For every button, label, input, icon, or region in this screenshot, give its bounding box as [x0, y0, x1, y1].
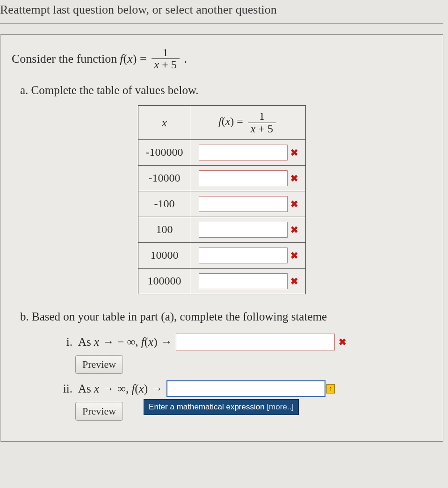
limit-input-ii[interactable] — [166, 380, 325, 397]
fx-input-3[interactable] — [199, 222, 288, 238]
roman-i: i. — [58, 335, 72, 349]
limit-text: As x → ∞, f(x) → — [78, 382, 163, 395]
fraction-denominator: x + 5 — [152, 58, 180, 71]
tooltip-content[interactable]: Enter a mathematical expression [more..] — [144, 399, 299, 415]
x-value: 100000 — [138, 268, 191, 294]
fx-input-2[interactable] — [199, 196, 288, 212]
question-prompt: Consider the function f(x) = 1 x + 5 . — [12, 47, 432, 71]
part-b-sublist: i. As x → − ∞, f(x) → ✖ Preview ii. As x… — [58, 334, 432, 427]
limit-statement-ii: ii. As x → ∞, f(x) → ↑ — [58, 380, 432, 397]
table-row: -100000 ✖ — [138, 139, 305, 165]
function-lhs: f(x) = — [120, 52, 146, 66]
x-value: -10000 — [138, 165, 191, 191]
table-header-x: x — [138, 106, 191, 139]
values-table: x f(x) = 1 x + 5 -100000 ✖ -10000 — [138, 105, 306, 294]
table-row: -100 ✖ — [138, 191, 305, 217]
x-value: -100000 — [138, 139, 191, 165]
fx-input-5[interactable] — [199, 273, 288, 289]
wrong-icon: ✖ — [290, 198, 298, 210]
x-value: 100 — [138, 217, 191, 242]
preview-button-i[interactable]: Preview — [75, 355, 123, 374]
fx-input-0[interactable] — [199, 145, 288, 160]
limit-statement-i: i. As x → − ∞, f(x) → ✖ — [58, 334, 432, 350]
wrong-icon: ✖ — [290, 250, 298, 261]
preview-button-ii[interactable]: Preview — [75, 402, 123, 421]
expression-tooltip: Enter a mathematical expression [more..] — [144, 399, 299, 415]
wrong-icon: ✖ — [290, 224, 298, 235]
x-value: 10000 — [138, 242, 191, 268]
roman-ii: ii. — [58, 382, 72, 395]
table-row: -10000 ✖ — [138, 165, 305, 191]
table-row: 100 ✖ — [138, 217, 305, 242]
wrong-icon: ✖ — [290, 173, 298, 184]
wrong-icon: ✖ — [290, 276, 298, 287]
prompt-period: . — [184, 52, 188, 66]
limit-input-i[interactable] — [176, 334, 335, 350]
part-a-label: a. Complete the table of values below. — [20, 84, 432, 97]
table-header-fx: f(x) = 1 x + 5 — [191, 106, 305, 139]
fraction-numerator: 1 — [160, 47, 171, 58]
wrong-icon: ✖ — [290, 147, 298, 158]
caret-up-icon[interactable]: ↑ — [326, 384, 335, 393]
function-fraction: 1 x + 5 — [152, 47, 180, 71]
prompt-prefix: Consider the function — [12, 52, 117, 66]
limit-text: As x → − ∞, f(x) → — [78, 335, 172, 349]
table-row: 100000 ✖ — [138, 268, 305, 294]
x-value: -100 — [138, 191, 191, 217]
reattempt-instruction: Reattempt last question below, or select… — [0, 0, 443, 24]
part-b-label: b. Based on your table in part (a), comp… — [20, 310, 432, 323]
question-container: Consider the function f(x) = 1 x + 5 . a… — [0, 34, 443, 442]
fx-input-4[interactable] — [199, 248, 288, 263]
table-row: 10000 ✖ — [138, 242, 305, 268]
wrong-icon: ✖ — [339, 336, 346, 348]
fx-input-1[interactable] — [199, 170, 288, 186]
